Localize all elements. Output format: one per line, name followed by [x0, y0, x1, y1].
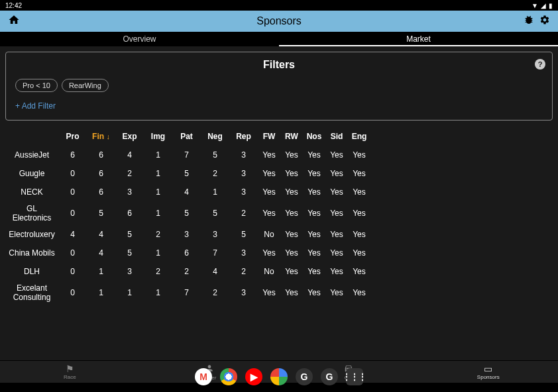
cell: 3	[229, 187, 258, 197]
table-row[interactable]: NECK0631413YesYesYesYesYes	[5, 183, 553, 201]
cell: 3	[229, 248, 258, 258]
battery-icon: ▮	[549, 2, 553, 9]
nav-race[interactable]: ⚑ Race	[0, 361, 140, 383]
cell: 6	[58, 150, 87, 160]
dock-photos-icon[interactable]	[270, 368, 288, 385]
sponsor-name: Excelant Consulting	[5, 281, 58, 305]
cell: 5	[115, 248, 144, 258]
cell: Yes	[303, 209, 325, 218]
table-row[interactable]: Electroluxery4452335NoYesYesYesYes	[5, 225, 553, 244]
cell: 6	[115, 209, 144, 218]
filters-title: Filters	[15, 59, 543, 71]
cell: Yes	[348, 230, 370, 239]
cell: Yes	[325, 209, 348, 218]
table-row[interactable]: AussieJet6641753YesYesYesYesYes	[5, 146, 553, 164]
cell: 0	[58, 187, 87, 197]
cell: 1	[144, 288, 172, 297]
cell: Yes	[348, 288, 370, 297]
table-row[interactable]: China Mobils0451673YesYesYesYesYes	[5, 244, 553, 262]
cell: No	[258, 267, 280, 276]
cell: 2	[201, 288, 229, 297]
sponsor-name: NECK	[5, 185, 58, 199]
cell: Yes	[348, 150, 370, 160]
home-icon[interactable]	[8, 14, 20, 28]
table-row[interactable]: Guugle0621523YesYesYesYesYes	[5, 164, 553, 183]
cell: 1	[144, 187, 172, 197]
col-fw[interactable]: FW	[258, 132, 280, 141]
col-fin[interactable]: Fin ↓	[87, 132, 115, 141]
signal-icon: ◢	[541, 2, 546, 9]
col-sid[interactable]: Sid	[325, 132, 348, 141]
cell: Yes	[280, 288, 303, 297]
cell: Yes	[325, 267, 348, 276]
table-row[interactable]: DLH0132242NoYesYesYesYes	[5, 262, 553, 281]
col-neg[interactable]: Neg	[201, 132, 229, 141]
cell: Yes	[303, 288, 325, 297]
cell: 1	[201, 187, 229, 197]
cell: 1	[87, 267, 115, 276]
cell: 5	[229, 230, 258, 239]
col-rw[interactable]: RW	[280, 132, 303, 141]
dock-app1-icon[interactable]: G	[296, 368, 313, 385]
cell: Yes	[258, 248, 280, 258]
table-row[interactable]: Excelant Consulting0111723YesYesYesYesYe…	[5, 281, 553, 305]
dock-youtube-icon[interactable]: ▶	[245, 368, 262, 385]
cell: 2	[172, 267, 201, 276]
tab-market[interactable]: Market	[279, 32, 558, 46]
cell: 3	[229, 169, 258, 178]
cell: 7	[172, 288, 201, 297]
cell: Yes	[303, 230, 325, 239]
chip-pro[interactable]: Pro < 10	[15, 79, 58, 92]
dock-chrome-icon[interactable]	[220, 368, 237, 385]
help-icon[interactable]: ?	[535, 59, 545, 70]
col-eng[interactable]: Eng	[348, 132, 370, 141]
dock-gmail-icon[interactable]: M	[195, 368, 212, 385]
flag-icon: ⚑	[66, 364, 74, 373]
cell: Yes	[348, 209, 370, 218]
cell: Yes	[280, 169, 303, 178]
cell: 0	[58, 209, 87, 218]
sort-arrow-icon: ↓	[106, 132, 110, 140]
col-exp[interactable]: Exp	[115, 132, 144, 141]
tab-overview[interactable]: Overview	[0, 32, 279, 46]
dock: M ▶ G G ⋮⋮⋮	[195, 368, 363, 385]
chip-rearwing[interactable]: RearWing	[62, 79, 109, 92]
cell: 2	[115, 169, 144, 178]
dock-app2-icon[interactable]: G	[321, 368, 338, 385]
cell: Yes	[280, 267, 303, 276]
table-row[interactable]: GL Electronics0561552YesYesYesYesYes	[5, 201, 553, 225]
cell: 0	[58, 288, 87, 297]
cell: Yes	[325, 230, 348, 239]
nav-sponsors[interactable]: ▭ Sponsors	[419, 361, 559, 383]
cell: 7	[201, 248, 229, 258]
bug-icon[interactable]	[524, 15, 534, 28]
col-nos[interactable]: Nos	[303, 132, 325, 141]
col-img[interactable]: Img	[144, 132, 172, 141]
cell: Yes	[348, 169, 370, 178]
cell: 3	[115, 187, 144, 197]
cell: 0	[58, 267, 87, 276]
cell: Yes	[303, 267, 325, 276]
settings-icon[interactable]	[539, 15, 550, 28]
cell: 3	[229, 150, 258, 160]
col-rep[interactable]: Rep	[229, 132, 258, 141]
cell: Yes	[348, 248, 370, 258]
cell: Yes	[258, 288, 280, 297]
col-pat[interactable]: Pat	[172, 132, 201, 141]
col-pro[interactable]: Pro	[58, 132, 87, 141]
sponsor-name: Guugle	[5, 166, 58, 181]
cell: 4	[87, 230, 115, 239]
add-filter[interactable]: + Add Filter	[15, 101, 543, 111]
dock-apps-icon[interactable]: ⋮⋮⋮	[346, 368, 363, 385]
cell: 1	[144, 169, 172, 178]
cell: Yes	[325, 169, 348, 178]
cell: 5	[172, 209, 201, 218]
status-bar: 12:42 ▼ ◢ ▮	[0, 0, 558, 11]
cell: 3	[172, 230, 201, 239]
sponsor-name: DLH	[5, 264, 58, 279]
filter-chips: Pro < 10 RearWing	[15, 79, 543, 92]
wifi-icon: ▼	[531, 2, 538, 9]
cell: 3	[229, 288, 258, 297]
sponsors-icon: ▭	[484, 364, 492, 373]
cell: Yes	[280, 150, 303, 160]
